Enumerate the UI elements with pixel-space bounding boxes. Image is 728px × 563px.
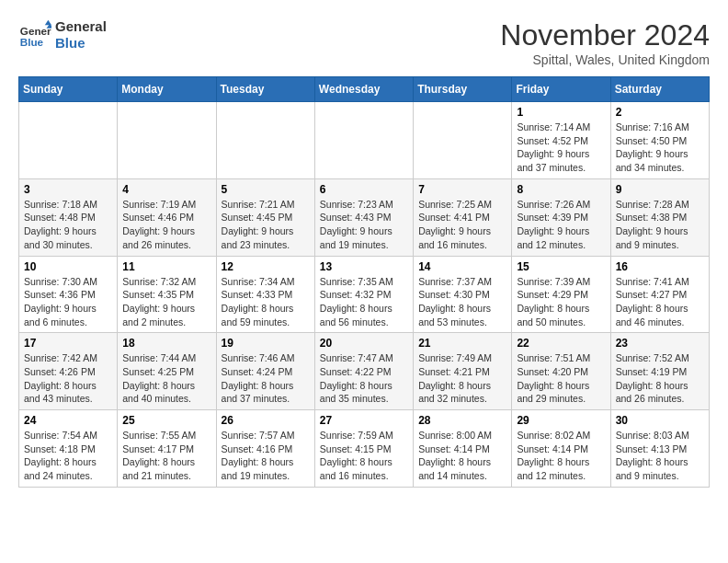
logo-icon: General Blue [18, 18, 51, 52]
calendar-cell: 19Sunrise: 7:46 AM Sunset: 4:24 PM Dayli… [216, 333, 314, 410]
day-number: 14 [418, 260, 506, 273]
logo: General Blue General Blue [18, 18, 107, 52]
calendar-cell: 6Sunrise: 7:23 AM Sunset: 4:43 PM Daylig… [314, 178, 413, 256]
day-number: 8 [517, 183, 605, 196]
month-title: November 2024 [500, 18, 710, 52]
calendar-cell: 12Sunrise: 7:34 AM Sunset: 4:33 PM Dayli… [216, 256, 314, 333]
weekday-header: Sunday [19, 77, 118, 102]
calendar-cell: 1Sunrise: 7:14 AM Sunset: 4:52 PM Daylig… [512, 102, 610, 179]
day-info: Sunrise: 7:55 AM Sunset: 4:17 PM Dayligh… [122, 429, 210, 483]
day-info: Sunrise: 7:37 AM Sunset: 4:30 PM Dayligh… [418, 275, 506, 329]
weekday-header: Wednesday [314, 77, 413, 102]
day-number: 22 [517, 337, 605, 350]
day-info: Sunrise: 7:19 AM Sunset: 4:46 PM Dayligh… [122, 198, 210, 252]
location: Spittal, Wales, United Kingdom [500, 52, 710, 67]
day-number: 29 [517, 414, 605, 427]
day-number: 4 [122, 183, 210, 196]
day-info: Sunrise: 7:26 AM Sunset: 4:39 PM Dayligh… [517, 198, 605, 252]
calendar-cell: 29Sunrise: 8:02 AM Sunset: 4:14 PM Dayli… [512, 410, 610, 488]
calendar-cell: 22Sunrise: 7:51 AM Sunset: 4:20 PM Dayli… [512, 333, 610, 410]
calendar-cell: 2Sunrise: 7:16 AM Sunset: 4:50 PM Daylig… [610, 102, 709, 179]
day-info: Sunrise: 7:25 AM Sunset: 4:41 PM Dayligh… [418, 198, 506, 252]
logo-blue: Blue [55, 35, 107, 52]
title-block: November 2024 Spittal, Wales, United Kin… [500, 18, 710, 67]
day-info: Sunrise: 7:18 AM Sunset: 4:48 PM Dayligh… [24, 198, 112, 252]
day-info: Sunrise: 7:52 AM Sunset: 4:19 PM Dayligh… [616, 351, 704, 406]
day-info: Sunrise: 7:46 AM Sunset: 4:24 PM Dayligh… [222, 351, 310, 406]
page-header: General Blue General Blue November 2024 … [18, 18, 710, 67]
weekday-header-row: SundayMondayTuesdayWednesdayThursdayFrid… [19, 77, 710, 102]
day-info: Sunrise: 7:35 AM Sunset: 4:32 PM Dayligh… [320, 275, 408, 329]
calendar-table: SundayMondayTuesdayWednesdayThursdayFrid… [18, 76, 710, 488]
day-info: Sunrise: 7:51 AM Sunset: 4:20 PM Dayligh… [517, 351, 605, 406]
calendar-cell: 25Sunrise: 7:55 AM Sunset: 4:17 PM Dayli… [118, 410, 216, 488]
day-info: Sunrise: 7:47 AM Sunset: 4:22 PM Dayligh… [320, 351, 408, 406]
calendar-week-row: 17Sunrise: 7:42 AM Sunset: 4:26 PM Dayli… [19, 333, 710, 410]
calendar-cell: 15Sunrise: 7:39 AM Sunset: 4:29 PM Dayli… [512, 256, 610, 333]
calendar-cell [118, 102, 216, 179]
calendar-cell: 11Sunrise: 7:32 AM Sunset: 4:35 PM Dayli… [118, 256, 216, 333]
day-number: 24 [24, 414, 112, 427]
calendar-cell: 14Sunrise: 7:37 AM Sunset: 4:30 PM Dayli… [414, 256, 512, 333]
day-info: Sunrise: 7:16 AM Sunset: 4:50 PM Dayligh… [616, 121, 704, 175]
day-info: Sunrise: 8:03 AM Sunset: 4:13 PM Dayligh… [616, 429, 704, 483]
calendar-cell: 8Sunrise: 7:26 AM Sunset: 4:39 PM Daylig… [512, 178, 610, 256]
calendar-cell [314, 102, 413, 179]
calendar-cell: 20Sunrise: 7:47 AM Sunset: 4:22 PM Dayli… [314, 333, 413, 410]
day-number: 21 [418, 337, 506, 350]
calendar-week-row: 3Sunrise: 7:18 AM Sunset: 4:48 PM Daylig… [19, 178, 710, 256]
day-info: Sunrise: 7:34 AM Sunset: 4:33 PM Dayligh… [222, 275, 310, 329]
calendar-cell [216, 102, 314, 179]
calendar-cell: 4Sunrise: 7:19 AM Sunset: 4:46 PM Daylig… [118, 178, 216, 256]
calendar-cell: 7Sunrise: 7:25 AM Sunset: 4:41 PM Daylig… [414, 178, 512, 256]
calendar-week-row: 24Sunrise: 7:54 AM Sunset: 4:18 PM Dayli… [19, 410, 710, 488]
calendar-cell [19, 102, 118, 179]
calendar-cell: 23Sunrise: 7:52 AM Sunset: 4:19 PM Dayli… [610, 333, 709, 410]
day-number: 7 [418, 183, 506, 196]
calendar-cell: 9Sunrise: 7:28 AM Sunset: 4:38 PM Daylig… [610, 178, 709, 256]
weekday-header: Saturday [610, 77, 709, 102]
weekday-header: Friday [512, 77, 610, 102]
calendar-cell [414, 102, 512, 179]
day-number: 17 [24, 337, 112, 350]
day-number: 27 [320, 414, 408, 427]
day-number: 11 [122, 260, 210, 273]
day-info: Sunrise: 8:00 AM Sunset: 4:14 PM Dayligh… [418, 429, 506, 483]
calendar-cell: 30Sunrise: 8:03 AM Sunset: 4:13 PM Dayli… [610, 410, 709, 488]
weekday-header: Monday [118, 77, 216, 102]
calendar-cell: 5Sunrise: 7:21 AM Sunset: 4:45 PM Daylig… [216, 178, 314, 256]
day-number: 10 [24, 260, 112, 273]
day-number: 25 [122, 414, 210, 427]
day-info: Sunrise: 7:44 AM Sunset: 4:25 PM Dayligh… [122, 351, 210, 406]
day-number: 9 [616, 183, 704, 196]
calendar-cell: 17Sunrise: 7:42 AM Sunset: 4:26 PM Dayli… [19, 333, 118, 410]
day-number: 23 [616, 337, 704, 350]
day-info: Sunrise: 7:32 AM Sunset: 4:35 PM Dayligh… [122, 275, 210, 329]
svg-marker-2 [45, 20, 51, 25]
logo-general: General [55, 18, 107, 35]
calendar-cell: 27Sunrise: 7:59 AM Sunset: 4:15 PM Dayli… [314, 410, 413, 488]
day-info: Sunrise: 7:59 AM Sunset: 4:15 PM Dayligh… [320, 429, 408, 483]
day-info: Sunrise: 7:57 AM Sunset: 4:16 PM Dayligh… [222, 429, 310, 483]
day-number: 3 [24, 183, 112, 196]
calendar-week-row: 10Sunrise: 7:30 AM Sunset: 4:36 PM Dayli… [19, 256, 710, 333]
day-number: 1 [517, 106, 605, 119]
day-number: 13 [320, 260, 408, 273]
day-number: 15 [517, 260, 605, 273]
day-number: 28 [418, 414, 506, 427]
day-info: Sunrise: 7:21 AM Sunset: 4:45 PM Dayligh… [222, 198, 310, 252]
day-number: 2 [616, 106, 704, 119]
day-number: 6 [320, 183, 408, 196]
day-number: 18 [122, 337, 210, 350]
day-number: 30 [616, 414, 704, 427]
calendar-cell: 28Sunrise: 8:00 AM Sunset: 4:14 PM Dayli… [414, 410, 512, 488]
calendar-cell: 3Sunrise: 7:18 AM Sunset: 4:48 PM Daylig… [19, 178, 118, 256]
day-info: Sunrise: 7:14 AM Sunset: 4:52 PM Dayligh… [517, 121, 605, 175]
svg-text:Blue: Blue [20, 36, 44, 48]
calendar-cell: 24Sunrise: 7:54 AM Sunset: 4:18 PM Dayli… [19, 410, 118, 488]
day-number: 20 [320, 337, 408, 350]
calendar-cell: 21Sunrise: 7:49 AM Sunset: 4:21 PM Dayli… [414, 333, 512, 410]
day-number: 16 [616, 260, 704, 273]
calendar-cell: 26Sunrise: 7:57 AM Sunset: 4:16 PM Dayli… [216, 410, 314, 488]
day-number: 26 [222, 414, 310, 427]
